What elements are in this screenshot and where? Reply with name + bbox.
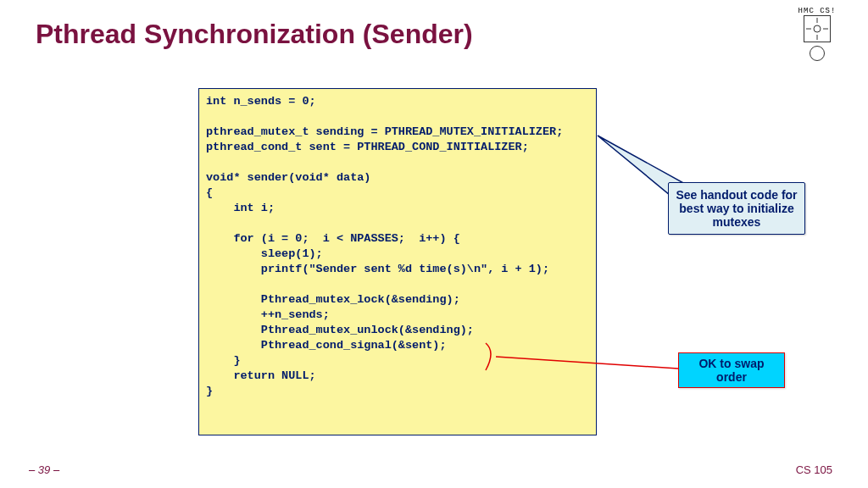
course-logo: HMC CS! <box>792 7 843 61</box>
logo-text: HMC CS! <box>792 7 843 15</box>
logo-box-icon <box>804 15 831 42</box>
svg-point-0 <box>814 25 821 32</box>
logo-wheel-icon <box>810 46 825 61</box>
code-block: int n_sends = 0; pthread_mutex_t sending… <box>198 88 597 435</box>
slide-title: Pthread Synchronization (Sender) <box>36 19 473 50</box>
callout-handout: See handout code for best way to initial… <box>668 182 805 235</box>
callout-swap-order: OK to swap order <box>678 352 785 388</box>
code-text: int n_sends = 0; pthread_mutex_t sending… <box>206 94 589 399</box>
page-number: – 39 – <box>29 463 59 476</box>
course-label: CS 105 <box>796 463 832 476</box>
